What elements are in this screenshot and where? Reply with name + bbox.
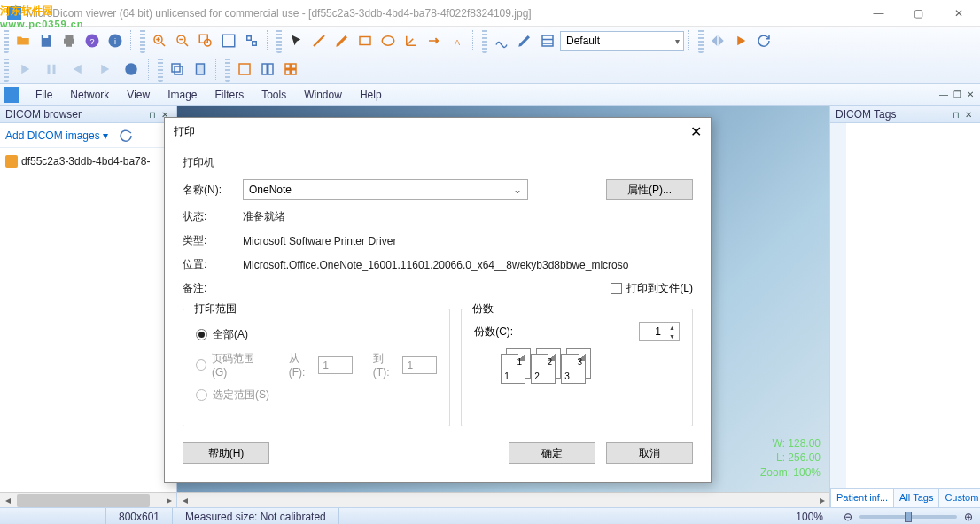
range-to-input[interactable]: 1 — [402, 356, 437, 374]
tab-custom-tags[interactable]: Custom Ta... — [938, 489, 980, 507]
menu-view[interactable]: View — [118, 86, 159, 104]
text-tool-icon[interactable]: A — [447, 30, 468, 51]
rectangle-tool-icon[interactable] — [354, 30, 376, 51]
scroll-right-icon[interactable]: ▸ — [161, 493, 176, 508]
ellipse-tool-icon[interactable] — [377, 30, 399, 51]
refresh-icon[interactable] — [753, 30, 774, 51]
mdi-restore-icon[interactable]: ❐ — [951, 90, 964, 99]
layout-1-icon[interactable] — [234, 59, 255, 80]
print-icon[interactable] — [58, 30, 80, 51]
spin-up-icon[interactable]: ▲ — [665, 323, 679, 332]
mdi-minimize-icon[interactable]: — — [937, 90, 951, 99]
minimize-button[interactable]: — — [859, 0, 898, 27]
paste-icon[interactable] — [190, 59, 211, 80]
menu-file[interactable]: File — [27, 86, 61, 104]
open-folder-icon[interactable] — [12, 30, 34, 51]
zoom-in-icon[interactable] — [149, 30, 170, 51]
toolbar-grip[interactable] — [482, 28, 487, 53]
layout-2-icon[interactable] — [257, 59, 278, 80]
line-tool-icon[interactable] — [308, 30, 330, 51]
cancel-button[interactable]: 取消 — [606, 442, 693, 464]
pause-button[interactable] — [39, 57, 64, 82]
toolbar-grip[interactable] — [698, 28, 704, 53]
zoom-slider-knob[interactable] — [905, 512, 912, 522]
mdi-close-icon[interactable]: ✕ — [964, 90, 976, 99]
info-icon[interactable]: i — [105, 30, 126, 51]
flip-horizontal-icon[interactable] — [707, 30, 728, 51]
menu-filters[interactable]: Filters — [206, 86, 253, 104]
range-selection-radio[interactable]: 选定范围(S) — [196, 387, 437, 403]
save-icon[interactable] — [35, 30, 57, 51]
ok-button[interactable]: 确定 — [509, 442, 595, 464]
print-to-file-checkbox[interactable]: 打印到文件(L) — [611, 281, 693, 296]
scroll-right-icon[interactable]: ▸ — [814, 493, 829, 508]
add-dicom-link[interactable]: Add DICOM images ▾ — [5, 129, 108, 142]
toolbar-grip[interactable] — [140, 28, 145, 53]
close-button[interactable]: ✕ — [938, 0, 978, 27]
pointer-icon[interactable] — [285, 30, 307, 51]
stop-button[interactable] — [119, 57, 144, 82]
copies-value: 1 — [640, 323, 665, 340]
toolbar-grip[interactable] — [4, 57, 9, 82]
zoom-out-button[interactable]: ⊖ — [844, 511, 852, 523]
menu-image[interactable]: Image — [159, 86, 206, 104]
pin-icon[interactable]: ⊓ — [149, 110, 156, 120]
panel-close-icon[interactable]: ✕ — [962, 110, 975, 120]
edit-icon[interactable] — [514, 30, 535, 51]
app-menu-icon[interactable] — [4, 87, 19, 103]
copies-spinner[interactable]: 1 ▲▼ — [639, 322, 680, 341]
angle-tool-icon[interactable] — [401, 30, 422, 51]
tags-list[interactable] — [830, 123, 980, 488]
range-all-radio[interactable]: 全部(A) — [196, 327, 437, 342]
menu-tools[interactable]: Tools — [253, 86, 295, 104]
tree-item[interactable]: df55c2a3-3ddb-4bd4-ba78- — [5, 153, 171, 169]
zoom-slider[interactable] — [859, 515, 957, 519]
zoom-out-icon[interactable] — [172, 30, 193, 51]
refresh-browser-icon[interactable] — [115, 125, 136, 146]
next-button[interactable] — [92, 57, 117, 82]
status-value: 准备就绪 — [243, 209, 285, 224]
pencil-tool-icon[interactable] — [331, 30, 353, 51]
svg-rect-15 — [48, 65, 51, 74]
fit-screen-icon[interactable] — [218, 30, 239, 51]
help-icon[interactable]: ? — [82, 30, 103, 51]
toolbar-grip[interactable] — [158, 57, 163, 82]
range-from-label: 从(F): — [289, 351, 314, 379]
maximize-button[interactable]: ▢ — [898, 0, 938, 27]
preset-dropdown[interactable]: Default — [560, 31, 684, 51]
spin-down-icon[interactable]: ▼ — [665, 332, 679, 340]
menu-help[interactable]: Help — [351, 86, 391, 104]
scroll-left-icon[interactable]: ◂ — [177, 493, 192, 508]
layout-grid-icon[interactable] — [280, 59, 301, 80]
play-icon[interactable] — [730, 30, 751, 51]
actual-size-icon[interactable] — [241, 30, 262, 51]
range-pages-radio[interactable]: 页码范围(G) 从(F): 1 到(T): 1 — [196, 351, 437, 379]
table-icon[interactable] — [537, 30, 558, 51]
pin-icon[interactable]: ⊓ — [953, 110, 960, 120]
arrow-tool-icon[interactable] — [424, 30, 445, 51]
scroll-thumb[interactable] — [17, 494, 150, 507]
menu-window[interactable]: Window — [295, 86, 351, 104]
zoom-in-button[interactable]: ⊕ — [964, 511, 973, 523]
scroll-left-icon[interactable]: ◂ — [0, 493, 15, 508]
toolbar-grip[interactable] — [276, 28, 282, 53]
range-from-input[interactable]: 1 — [318, 356, 353, 374]
properties-button[interactable]: 属性(P)... — [606, 179, 693, 200]
menu-network[interactable]: Network — [61, 86, 118, 104]
toolbar-grip[interactable] — [4, 28, 9, 53]
tab-all-tags[interactable]: All Tags — [893, 489, 939, 507]
browser-tree[interactable]: df55c2a3-3ddb-4bd4-ba78- — [0, 148, 176, 492]
prev-button[interactable] — [66, 57, 90, 82]
zoom-region-icon[interactable] — [195, 30, 216, 51]
printer-name-dropdown[interactable]: OneNote — [243, 179, 528, 200]
copy-icon[interactable] — [167, 59, 188, 80]
viewer-hscroll[interactable]: ◂ ▸ — [177, 492, 829, 507]
svg-text:i: i — [114, 37, 116, 46]
help-button[interactable]: 帮助(H) — [183, 442, 269, 464]
tab-patient-info[interactable]: Patient inf... — [830, 489, 894, 507]
toolbar-grip[interactable] — [225, 57, 230, 82]
play-button[interactable] — [12, 57, 37, 82]
curve-icon[interactable] — [491, 30, 512, 51]
browser-hscroll[interactable]: ◂ ▸ — [0, 492, 176, 507]
dialog-close-icon[interactable]: ✕ — [690, 123, 702, 140]
